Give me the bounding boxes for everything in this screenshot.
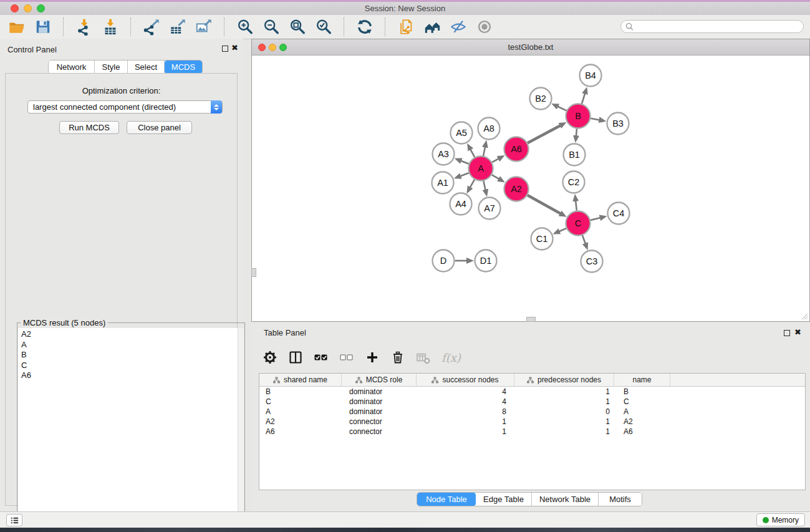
column-header-mcds-role[interactable]: MCDS role <box>342 374 417 386</box>
cell[interactable]: A6 <box>614 427 670 437</box>
table-settings-icon[interactable] <box>263 350 277 365</box>
result-item[interactable]: A6 <box>21 370 244 381</box>
edge-B-B1[interactable] <box>576 128 577 137</box>
cell[interactable]: C <box>614 397 670 407</box>
edge-B-B3[interactable] <box>591 118 600 120</box>
save-session-icon[interactable] <box>34 17 52 36</box>
cell[interactable]: connector <box>342 427 417 437</box>
minimize-window-button[interactable] <box>24 4 32 12</box>
tab-mcds[interactable]: MCDS <box>165 60 202 74</box>
edge-C-C1[interactable] <box>558 228 566 232</box>
select-all-icon[interactable] <box>314 350 329 365</box>
table-row-B[interactable]: Bdominator41B <box>259 387 805 397</box>
tab-network-table[interactable]: Network Table <box>532 493 599 506</box>
column-header-successor-nodes[interactable]: successor nodes <box>417 374 514 386</box>
network-canvas[interactable]: AA1A2A3A4A5A6A7A8BB1B2B3B4CC1C2C3C4DD1 <box>252 56 809 321</box>
cell[interactable]: dominator <box>342 407 417 417</box>
edge-A2-C[interactable] <box>528 195 561 214</box>
show-columns-icon[interactable] <box>288 350 303 365</box>
float-panel-icon[interactable] <box>222 46 228 52</box>
column-header-shared-name[interactable]: shared name <box>259 374 342 386</box>
close-table-panel-icon[interactable]: ✖ <box>794 328 801 337</box>
result-item[interactable]: A2 <box>21 329 244 340</box>
zoom-window-button[interactable] <box>37 4 45 12</box>
import-table-icon[interactable] <box>101 17 120 36</box>
search-input[interactable] <box>636 22 803 32</box>
tab-edge-table[interactable]: Edge Table <box>476 493 532 506</box>
cell[interactable]: A <box>259 407 342 417</box>
float-table-panel-icon[interactable] <box>784 330 790 336</box>
column-header-name[interactable]: name <box>614 374 670 386</box>
edge-A-A3[interactable] <box>460 160 469 163</box>
tab-motifs[interactable]: Motifs <box>599 493 642 506</box>
cell[interactable]: 1 <box>417 427 514 437</box>
edge-A-A1[interactable] <box>460 173 469 177</box>
open-session-icon[interactable] <box>7 17 26 36</box>
cell[interactable]: A2 <box>614 417 670 427</box>
cell[interactable]: 1 <box>417 417 514 427</box>
table-row-C[interactable]: Cdominator41C <box>259 397 805 407</box>
tab-network[interactable]: Network <box>49 60 95 74</box>
cell[interactable]: connector <box>342 417 417 427</box>
result-item[interactable]: C <box>21 360 244 371</box>
edge-C-C3[interactable] <box>582 235 586 244</box>
cell[interactable]: 1 <box>514 417 614 427</box>
edge-A6-B[interactable] <box>528 125 561 143</box>
bottom-splitter-handle[interactable] <box>526 317 536 322</box>
close-panel-icon[interactable]: ✖ <box>231 44 238 52</box>
network-close-button[interactable] <box>258 44 266 51</box>
cell[interactable]: dominator <box>342 387 417 397</box>
delete-row-icon[interactable] <box>390 350 405 365</box>
edge-A-A7[interactable] <box>483 181 486 191</box>
edge-A-A4[interactable] <box>470 180 475 188</box>
cell[interactable]: 1 <box>514 427 614 437</box>
hide-details-icon[interactable] <box>449 17 468 36</box>
tab-select[interactable]: Select <box>128 60 165 74</box>
cell[interactable]: A6 <box>259 427 342 437</box>
cell[interactable]: 0 <box>514 407 614 417</box>
result-item[interactable]: B <box>21 350 244 360</box>
cell[interactable]: B <box>259 387 342 397</box>
refresh-icon[interactable] <box>355 17 374 36</box>
edge-A-A2[interactable] <box>492 175 500 179</box>
edge-B-B2[interactable] <box>557 106 567 110</box>
memory-button[interactable]: Memory <box>756 513 805 526</box>
tab-style[interactable]: Style <box>95 60 128 74</box>
cell[interactable]: 4 <box>417 387 514 397</box>
edge-B-B4[interactable] <box>582 92 586 104</box>
unselect-all-icon[interactable] <box>339 350 354 365</box>
table-row-A6[interactable]: A6connector11A6 <box>259 427 805 437</box>
export-network-icon[interactable] <box>142 17 161 36</box>
cell[interactable]: C <box>259 397 342 407</box>
table-row-A[interactable]: Adominator80A <box>259 407 805 417</box>
search-box[interactable] <box>620 20 804 33</box>
cell[interactable]: 4 <box>417 397 514 407</box>
edge-A-A8[interactable] <box>483 146 485 156</box>
zoom-selected-icon[interactable] <box>314 17 333 36</box>
close-panel-button[interactable]: Close panel <box>127 121 192 134</box>
close-window-button[interactable] <box>11 4 19 12</box>
run-mcds-button[interactable]: Run MCDS <box>59 121 119 134</box>
zoom-fit-icon[interactable] <box>288 17 307 36</box>
home-view-icon[interactable] <box>423 17 441 36</box>
edge-A-A5[interactable] <box>470 148 475 157</box>
left-splitter-handle[interactable] <box>251 268 256 277</box>
mcds-result-list[interactable]: A2ABCA6 <box>18 328 244 532</box>
tab-node-table[interactable]: Node Table <box>417 493 476 506</box>
network-zoom-button[interactable] <box>279 44 287 51</box>
edge-C-C2[interactable] <box>576 200 577 210</box>
result-item[interactable]: A <box>21 340 244 351</box>
optimization-criterion-select[interactable]: largest connected component (directed) <box>27 100 223 114</box>
add-row-icon[interactable] <box>365 350 380 365</box>
zoom-in-icon[interactable] <box>236 17 254 36</box>
cell[interactable]: 1 <box>514 397 614 407</box>
cell[interactable]: 1 <box>514 387 614 397</box>
cell[interactable]: A <box>614 407 670 417</box>
cell[interactable]: dominator <box>342 397 417 407</box>
cell[interactable]: 8 <box>417 407 514 417</box>
window-resize-grip[interactable] <box>800 312 808 320</box>
zoom-out-icon[interactable] <box>262 17 281 36</box>
column-header-predecessor-nodes[interactable]: predecessor nodes <box>514 374 614 386</box>
table-row-A2[interactable]: A2connector11A2 <box>259 417 805 427</box>
cell[interactable]: A2 <box>259 417 342 427</box>
